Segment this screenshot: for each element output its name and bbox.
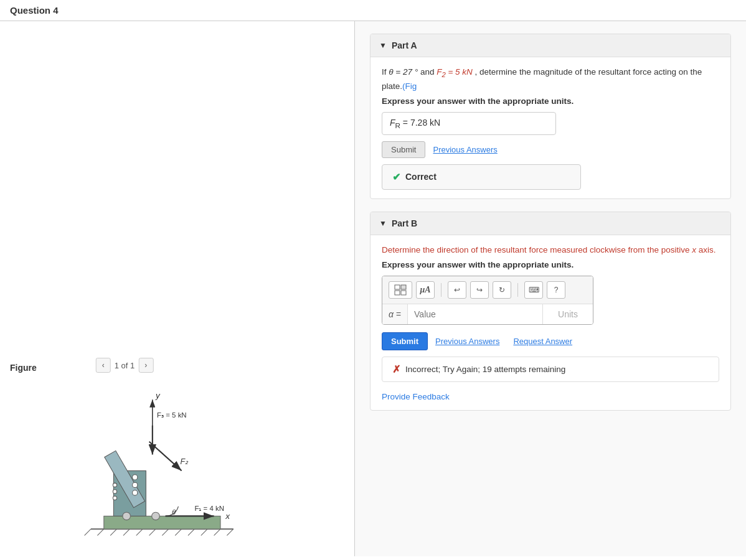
part-a-header: ▼ Part A xyxy=(371,34,730,57)
part-a-body: If θ = 27 ° and F2 = 5 kN , determine th… xyxy=(371,57,730,198)
undo-button[interactable]: ↩ xyxy=(448,281,466,299)
svg-line-7 xyxy=(162,529,168,535)
part-a-math: θ = 27 ° xyxy=(389,67,418,77)
toolbar-separator xyxy=(441,283,441,297)
svg-point-22 xyxy=(123,512,130,520)
svg-text:y: y xyxy=(155,391,161,400)
svg-text:F₁ = 4 kN: F₁ = 4 kN xyxy=(194,505,224,512)
part-a-express-text: Express your answer with the appropriate… xyxy=(382,96,719,106)
part-b-submit-button[interactable]: Submit xyxy=(382,332,428,350)
part-b-incorrect-text: Incorrect; Try Again; 19 attempts remain… xyxy=(405,365,565,374)
figure-svg: y F₃ = 5 kN F₂ F₁ = 4 kN x θ xyxy=(50,380,262,542)
part-a-answer-box: FR = 7.28 kN xyxy=(382,112,556,135)
part-a-correct-text: Correct xyxy=(405,172,437,182)
svg-line-9 xyxy=(188,529,194,535)
svg-point-18 xyxy=(133,490,138,495)
refresh-icon: ↻ xyxy=(499,286,505,294)
part-b-orange-text: Determine the direction of the resultant… xyxy=(382,245,716,254)
matrix-button[interactable] xyxy=(389,281,412,299)
next-figure-button[interactable]: › xyxy=(138,358,153,373)
figure-nav: ‹ 1 of 1 › xyxy=(96,358,154,373)
part-b-header: ▼ Part B xyxy=(371,212,730,235)
provide-feedback-link[interactable]: Provide Feedback xyxy=(382,392,719,401)
part-b-prev-answers-link[interactable]: Previous Answers xyxy=(435,337,499,346)
part-b-incorrect-box: ✗ Incorrect; Try Again; 19 attempts rema… xyxy=(382,357,719,382)
svg-point-20 xyxy=(113,490,116,493)
part-a-answer-value: = 7.28 kN xyxy=(400,118,440,128)
keyboard-button[interactable]: ⌨ xyxy=(524,281,543,299)
keyboard-icon: ⌨ xyxy=(529,286,539,294)
svg-rect-36 xyxy=(395,285,400,289)
part-a-var: F xyxy=(390,118,395,128)
svg-rect-39 xyxy=(401,291,406,295)
value-input[interactable] xyxy=(408,304,543,324)
svg-text:F₂: F₂ xyxy=(181,457,189,466)
redo-icon: ↪ xyxy=(476,286,483,294)
svg-rect-13 xyxy=(104,516,220,529)
right-panel: ▼ Part A If θ = 27 ° and F2 = 5 kN , det… xyxy=(355,21,746,556)
part-b-body: Determine the direction of the resultant… xyxy=(371,235,730,410)
part-b-section: ▼ Part B Determine the direction of the … xyxy=(370,212,731,411)
help-icon: ? xyxy=(554,286,559,294)
svg-point-17 xyxy=(133,482,138,487)
left-panel: Figure ‹ 1 of 1 › xyxy=(0,21,355,556)
part-a-section: ▼ Part A If θ = 27 ° and F2 = 5 kN , det… xyxy=(370,34,731,199)
figure-page-indicator: 1 of 1 xyxy=(115,361,135,370)
figure-container: y F₃ = 5 kN F₂ F₁ = 4 kN x θ xyxy=(50,380,262,544)
part-a-problem-text: If θ = 27 ° and F2 = 5 kN , determine th… xyxy=(382,66,719,93)
part-b-collapse-arrow[interactable]: ▼ xyxy=(379,219,387,228)
svg-line-2 xyxy=(97,529,103,535)
part-a-submit-row: Submit Previous Answers xyxy=(382,141,719,158)
part-a-collapse-arrow[interactable]: ▼ xyxy=(379,41,387,50)
svg-line-10 xyxy=(201,529,207,535)
mu-button[interactable]: μA xyxy=(416,281,435,299)
svg-text:F₃ = 5 kN: F₃ = 5 kN xyxy=(157,411,187,419)
units-placeholder[interactable]: Units xyxy=(543,304,593,324)
svg-line-4 xyxy=(123,529,130,535)
svg-rect-37 xyxy=(401,285,406,289)
prev-figure-button[interactable]: ‹ xyxy=(96,358,111,373)
help-button[interactable]: ? xyxy=(547,281,565,299)
part-b-problem-text: Determine the direction of the resultant… xyxy=(382,244,719,256)
svg-line-1 xyxy=(85,529,91,535)
mu-label: μA xyxy=(420,285,430,295)
check-icon: ✔ xyxy=(392,171,400,183)
svg-rect-38 xyxy=(395,291,400,295)
svg-text:x: x xyxy=(225,511,230,521)
redo-button[interactable]: ↪ xyxy=(470,281,489,299)
part-a-correct-box: ✔ Correct xyxy=(382,164,581,190)
svg-point-19 xyxy=(113,483,116,487)
part-b-express-text: Express your answer with the appropriate… xyxy=(382,260,719,269)
svg-text:θ: θ xyxy=(172,508,176,516)
part-a-submit-button[interactable]: Submit xyxy=(382,141,425,158)
svg-point-21 xyxy=(113,496,116,500)
part-b-input-container: μA ↩ ↪ ↻ ⌨ xyxy=(382,276,593,325)
page-title: Question 4 xyxy=(0,0,746,21)
part-a-prev-answers-link[interactable]: Previous Answers xyxy=(433,145,497,154)
svg-line-5 xyxy=(136,529,143,535)
part-b-toolbar: μA ↩ ↪ ↻ ⌨ xyxy=(382,276,593,304)
part-b-title: Part B xyxy=(392,218,417,228)
part-a-title: Part A xyxy=(392,40,417,50)
toolbar-separator-2 xyxy=(517,283,518,297)
svg-line-11 xyxy=(214,529,220,535)
svg-line-8 xyxy=(175,529,181,535)
alpha-label: α = xyxy=(382,304,408,324)
svg-line-3 xyxy=(110,529,116,535)
svg-point-23 xyxy=(152,512,159,520)
svg-line-6 xyxy=(149,529,156,535)
svg-line-12 xyxy=(227,529,233,535)
part-a-f2: F2 = 5 kN xyxy=(437,67,473,77)
part-b-input-row: α = Units xyxy=(382,304,593,324)
figure-label: Figure xyxy=(10,363,37,373)
refresh-button[interactable]: ↻ xyxy=(493,281,511,299)
undo-icon: ↩ xyxy=(454,286,460,294)
request-answer-link[interactable]: Request Answer xyxy=(513,337,572,346)
part-b-submit-row: Submit Previous Answers Request Answer xyxy=(382,332,719,350)
svg-point-16 xyxy=(133,475,138,480)
x-icon: ✗ xyxy=(392,363,400,375)
svg-line-28 xyxy=(149,442,182,471)
